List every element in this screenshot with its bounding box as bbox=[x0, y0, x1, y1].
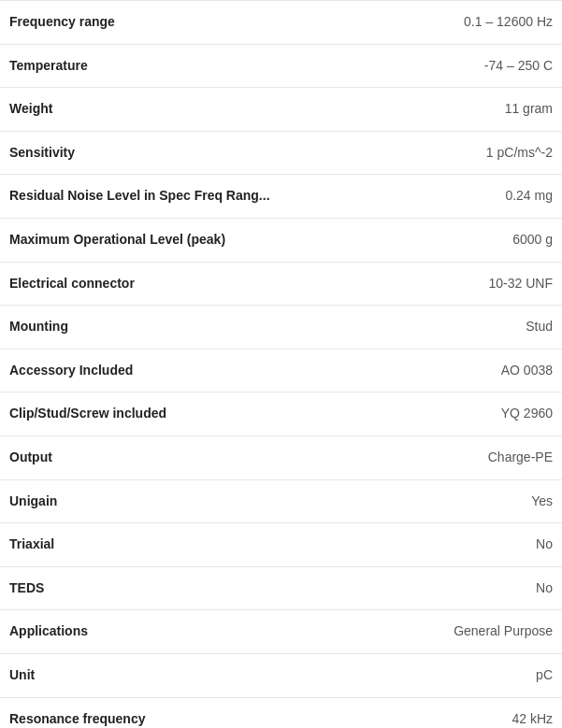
spec-label: Electrical connector bbox=[0, 262, 310, 306]
spec-value: No bbox=[310, 523, 562, 567]
spec-value: pC bbox=[310, 653, 562, 697]
table-row: UnitpC bbox=[0, 653, 562, 697]
spec-value: 6000 g bbox=[310, 218, 562, 262]
spec-label: Mounting bbox=[0, 306, 310, 350]
spec-label: Frequency range bbox=[0, 1, 310, 45]
table-row: Resonance frequency42 kHz bbox=[0, 697, 562, 728]
spec-value: General Purpose bbox=[310, 610, 562, 654]
table-row: UnigainYes bbox=[0, 479, 562, 523]
spec-value: Stud bbox=[310, 306, 562, 350]
table-row: Weight11 gram bbox=[0, 88, 562, 132]
spec-label: Clip/Stud/Screw included bbox=[0, 393, 310, 436]
table-row: Accessory IncludedAO 0038 bbox=[0, 349, 562, 393]
spec-value: YQ 2960 bbox=[310, 393, 562, 436]
spec-label: Maximum Operational Level (peak) bbox=[0, 218, 310, 262]
table-row: Sensitivity1 pC/ms^-2 bbox=[0, 131, 562, 175]
table-row: OutputCharge-PE bbox=[0, 435, 562, 479]
spec-label: Weight bbox=[0, 88, 310, 132]
table-row: TriaxialNo bbox=[0, 523, 562, 567]
spec-label: Accessory Included bbox=[0, 349, 310, 393]
spec-label: Resonance frequency bbox=[0, 697, 310, 728]
specs-table: Frequency range0.1 – 12600 HzTemperature… bbox=[0, 0, 562, 728]
spec-label: Output bbox=[0, 435, 310, 479]
table-row: MountingStud bbox=[0, 306, 562, 350]
table-row: Frequency range0.1 – 12600 Hz bbox=[0, 1, 562, 45]
spec-label: TEDS bbox=[0, 566, 310, 610]
spec-value: Yes bbox=[310, 479, 562, 523]
table-row: Temperature-74 – 250 C bbox=[0, 44, 562, 88]
table-row: TEDSNo bbox=[0, 566, 562, 610]
spec-label: Unit bbox=[0, 653, 310, 697]
spec-label: Triaxial bbox=[0, 523, 310, 567]
spec-value: 42 kHz bbox=[310, 697, 562, 728]
spec-value: Charge-PE bbox=[310, 435, 562, 479]
spec-label: Applications bbox=[0, 610, 310, 654]
table-row: Electrical connector10-32 UNF bbox=[0, 262, 562, 306]
spec-value: 0.1 – 12600 Hz bbox=[310, 1, 562, 45]
spec-label: Residual Noise Level in Spec Freq Rang..… bbox=[0, 175, 310, 219]
table-row: Residual Noise Level in Spec Freq Rang..… bbox=[0, 175, 562, 219]
spec-value: 1 pC/ms^-2 bbox=[310, 131, 562, 175]
spec-value: -74 – 250 C bbox=[310, 44, 562, 88]
spec-label: Unigain bbox=[0, 479, 310, 523]
spec-value: No bbox=[310, 566, 562, 610]
table-row: Clip/Stud/Screw includedYQ 2960 bbox=[0, 393, 562, 436]
spec-value: 0.24 mg bbox=[310, 175, 562, 219]
spec-value: AO 0038 bbox=[310, 349, 562, 393]
table-row: ApplicationsGeneral Purpose bbox=[0, 610, 562, 654]
spec-value: 10-32 UNF bbox=[310, 262, 562, 306]
spec-label: Temperature bbox=[0, 44, 310, 88]
spec-value: 11 gram bbox=[310, 88, 562, 132]
table-row: Maximum Operational Level (peak)6000 g bbox=[0, 218, 562, 262]
spec-label: Sensitivity bbox=[0, 131, 310, 175]
